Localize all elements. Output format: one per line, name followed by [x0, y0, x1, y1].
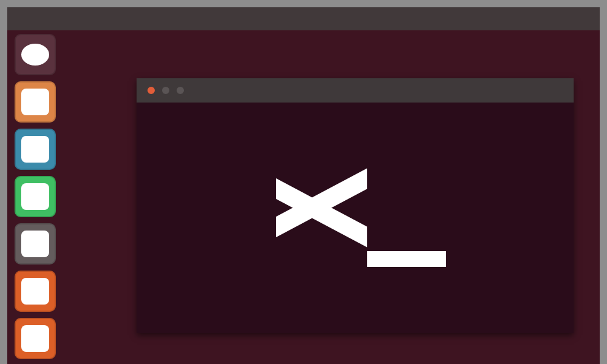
screen-bezel	[0, 0, 607, 364]
app-icon	[21, 89, 49, 115]
window-minimize-button[interactable]	[162, 87, 169, 94]
window-close-button[interactable]	[148, 87, 155, 94]
app-tile-6[interactable]	[15, 318, 56, 359]
app-icon	[21, 278, 49, 305]
terminal-window[interactable]	[137, 78, 574, 333]
dash-home[interactable]	[15, 34, 56, 75]
app-tile-2[interactable]	[15, 129, 56, 170]
app-icon	[21, 231, 49, 257]
top-menu-bar[interactable]	[7, 7, 600, 30]
app-tile-4[interactable]	[15, 223, 56, 265]
dash-home-icon	[21, 44, 49, 66]
cursor-underscore-icon	[367, 251, 446, 267]
window-maximize-button[interactable]	[177, 87, 184, 94]
app-icon	[21, 136, 49, 163]
terminal-prompt-icon	[264, 151, 446, 285]
app-tile-5[interactable]	[15, 271, 56, 312]
launcher-dock	[7, 30, 63, 364]
desktop	[7, 7, 600, 364]
app-icon	[21, 183, 49, 210]
app-tile-3[interactable]	[15, 176, 56, 217]
terminal-titlebar[interactable]	[137, 78, 574, 103]
app-tile-1[interactable]	[15, 81, 56, 123]
app-icon	[21, 325, 49, 352]
terminal-body[interactable]	[137, 103, 574, 333]
